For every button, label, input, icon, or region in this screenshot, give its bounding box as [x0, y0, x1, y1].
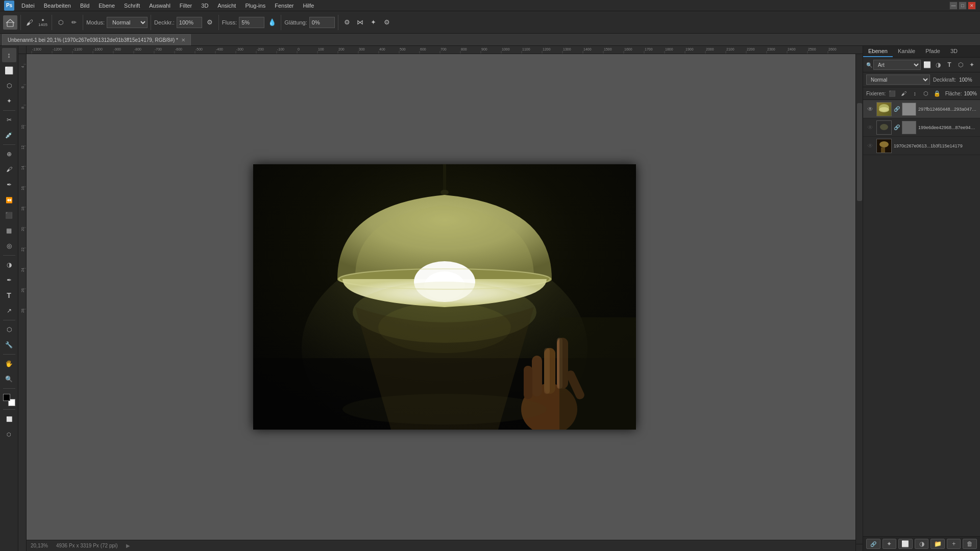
lock-artboard-btn[interactable]: ⬡ — [921, 89, 930, 98]
layer-mask-1 — [902, 103, 916, 116]
lock-position-btn[interactable]: ↕ — [910, 89, 919, 98]
vertical-scrollbar[interactable] — [855, 54, 863, 544]
new-fill-btn[interactable]: ◑ — [915, 539, 929, 549]
add-mask-btn[interactable]: ⬜ — [898, 539, 913, 549]
color-swatches[interactable] — [2, 393, 16, 407]
tool-crop[interactable]: ✂ — [2, 113, 16, 127]
link-layers-btn[interactable]: 🔗 — [866, 539, 880, 549]
tool-dodge[interactable]: ◑ — [2, 258, 16, 272]
opacity-icon[interactable]: ⚙ — [204, 17, 215, 28]
tool-healing[interactable]: ⊕ — [2, 147, 16, 161]
tool-pen[interactable]: ✒ — [2, 273, 16, 287]
filter-smart-btn[interactable]: ✦ — [967, 60, 977, 70]
lock-paint-btn[interactable]: 🖌 — [899, 89, 908, 98]
delete-layer-btn[interactable]: 🗑 — [963, 539, 977, 549]
brush-icon[interactable]: 🖌 — [24, 17, 35, 28]
tab-close-button[interactable]: ✕ — [181, 37, 185, 43]
layer-type-filter[interactable]: Art — [873, 60, 921, 70]
svg-text:500: 500 — [400, 47, 406, 51]
maximize-button[interactable]: □ — [959, 2, 967, 10]
new-group-btn[interactable]: 📁 — [930, 539, 945, 549]
tab-3d[interactable]: 3D — [945, 46, 963, 57]
tool-blur[interactable]: ◎ — [2, 239, 16, 253]
svg-text:-1200: -1200 — [53, 47, 62, 51]
layer-chain-2: 🔗 — [894, 124, 900, 130]
layer-vis-2[interactable]: 👁 — [866, 123, 874, 132]
filter-pixel-btn[interactable]: ⬜ — [922, 60, 932, 70]
menu-ansicht[interactable]: Ansicht — [213, 2, 240, 10]
menu-filter[interactable]: Filter — [176, 2, 196, 10]
menu-schrift[interactable]: Schrift — [120, 2, 144, 10]
brush-preset-icon[interactable]: ⬡ — [55, 17, 66, 28]
filter-text-btn[interactable]: T — [944, 60, 954, 70]
tool-move[interactable]: ↕ — [2, 48, 16, 62]
menu-3d[interactable]: 3D — [197, 2, 212, 10]
tool-magic-wand[interactable]: ✦ — [2, 94, 16, 108]
layer-vis-1[interactable]: 👁 — [866, 105, 874, 113]
filter-shape-btn[interactable]: ⬡ — [955, 60, 966, 70]
layer-lock-row: Fixieren: ⬛ 🖌 ↕ ⬡ 🔒 Fläche: 100% — [863, 87, 980, 100]
settings-icon[interactable]: ⚙ — [381, 17, 393, 28]
tab-pfade[interactable]: Pfade — [920, 46, 945, 57]
menu-plugins[interactable]: Plug-ins — [241, 2, 270, 10]
tool-text[interactable]: T — [2, 288, 16, 303]
menu-bild[interactable]: Bild — [76, 2, 93, 10]
layer-item-2[interactable]: 👁 🔗 199e6dee42968...87ee94944802d — [863, 118, 980, 137]
menu-ebene[interactable]: Ebene — [94, 2, 119, 10]
menu-datei[interactable]: Datei — [17, 2, 39, 10]
home-button[interactable] — [3, 15, 17, 30]
lamp-scene-svg — [253, 164, 636, 430]
tool-select-rect[interactable]: ⬜ — [2, 63, 16, 78]
svg-text:800: 800 — [461, 47, 467, 51]
search-icon: 🔍 — [866, 62, 872, 68]
canvas-container[interactable]: -1300-1200-1100-1000-900-800-700-600-500… — [18, 46, 863, 551]
layer-vis-3[interactable]: 👁 — [866, 142, 874, 150]
filter-adjust-btn[interactable]: ◑ — [933, 60, 943, 70]
tool-hand[interactable]: 🖐 — [2, 357, 16, 371]
svg-text:-500: -500 — [195, 47, 203, 51]
tool-3d[interactable]: 🔧 — [2, 338, 16, 352]
tool-lasso[interactable]: ⬡ — [2, 79, 16, 93]
minimize-button[interactable]: — — [949, 2, 958, 10]
tool-eyedropper[interactable]: 💉 — [2, 128, 16, 142]
tool-zoom[interactable]: 🔍 — [2, 372, 16, 386]
tool-quick-mask[interactable]: ⬜ — [2, 412, 16, 426]
new-layer-btn[interactable]: + — [947, 539, 961, 549]
svg-text:1900: 1900 — [685, 47, 694, 51]
lock-all-btn[interactable]: 🔒 — [933, 89, 942, 98]
add-style-btn[interactable]: ✦ — [883, 539, 897, 549]
symmetry-icon[interactable]: ⋈ — [355, 17, 366, 28]
document-tab[interactable]: Unbenannt-1 bei 20,1% (1970c267e0361312d… — [2, 34, 191, 45]
flux-input[interactable] — [239, 17, 264, 28]
layer-item-3[interactable]: 👁 1970c267e0613...1b3f115e14179 — [863, 137, 980, 155]
layer-blend-mode[interactable]: Normal — [866, 74, 930, 85]
tool-shape[interactable]: ⬡ — [2, 322, 16, 337]
tool-clone[interactable]: ✒ — [2, 178, 16, 192]
tool-gradient[interactable]: ▦ — [2, 223, 16, 238]
menu-auswahl[interactable]: Auswahl — [145, 2, 175, 10]
tool-screen-mode[interactable]: ⬡ — [2, 427, 16, 441]
lock-label: Fixieren: — [866, 91, 886, 96]
brush-type-icon[interactable]: ✏ — [68, 17, 80, 28]
lock-transparent-btn[interactable]: ⬛ — [888, 89, 897, 98]
menu-fenster[interactable]: Fenster — [271, 2, 298, 10]
canvas-area[interactable] — [27, 54, 863, 540]
canvas-corner-button[interactable] — [855, 544, 863, 551]
tool-eraser[interactable]: ⬛ — [2, 208, 16, 222]
tool-history[interactable]: ⏪ — [2, 193, 16, 207]
menu-hilfe[interactable]: Hilfe — [299, 2, 318, 10]
layer-item-1[interactable]: 👁 🔗 297fb12460448...293a047894a38 — [863, 100, 980, 118]
menu-bearbeiten[interactable]: Bearbeiten — [40, 2, 75, 10]
close-button[interactable]: ✕ — [968, 2, 976, 10]
pressure-icon[interactable]: ✦ — [368, 17, 379, 28]
opacity-input[interactable] — [177, 17, 202, 28]
angle-icon[interactable]: ⚙ — [341, 17, 353, 28]
mode-dropdown[interactable]: Normal — [107, 17, 148, 28]
tab-ebenen[interactable]: Ebenen — [863, 46, 893, 57]
smooth-input[interactable] — [309, 17, 335, 28]
tab-kanaele[interactable]: Kanäle — [893, 46, 920, 57]
flux-icon[interactable]: 💧 — [266, 17, 278, 28]
svg-text:2100: 2100 — [726, 47, 734, 51]
tool-path-select[interactable]: ↗ — [2, 304, 16, 318]
tool-brush[interactable]: 🖌 — [2, 162, 16, 177]
